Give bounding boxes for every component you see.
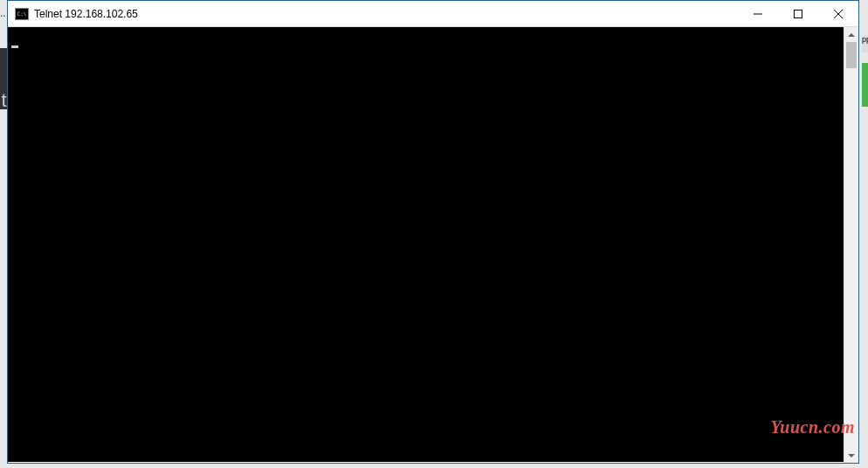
terminal-output[interactable] <box>8 27 844 462</box>
terminal-cursor <box>11 45 18 48</box>
cmd-icon-label: C:\ <box>17 11 27 17</box>
svg-rect-1 <box>795 10 802 17</box>
scroll-track[interactable] <box>844 42 858 448</box>
close-button[interactable] <box>818 1 858 26</box>
chevron-up-icon <box>848 33 855 37</box>
terminal-window: C:\ Telnet 192.168.102.65 <box>7 0 859 464</box>
titlebar[interactable]: C:\ Telnet 192.168.102.65 <box>8 1 858 27</box>
close-icon <box>834 10 843 18</box>
maximize-button[interactable] <box>778 1 818 26</box>
background-ellipsis: .. <box>0 7 6 19</box>
chevron-down-icon <box>848 454 855 458</box>
scroll-up-button[interactable] <box>844 27 858 42</box>
svg-marker-5 <box>848 454 855 458</box>
cmd-icon: C:\ <box>15 8 29 20</box>
terminal-container <box>8 27 858 463</box>
background-right-green <box>862 63 868 107</box>
minimize-icon <box>753 10 762 18</box>
svg-marker-4 <box>848 33 855 37</box>
maximize-icon <box>794 10 802 18</box>
vertical-scrollbar[interactable] <box>844 27 858 463</box>
window-controls <box>738 1 858 26</box>
scroll-thumb[interactable] <box>846 42 857 68</box>
window-title: Telnet 192.168.102.65 <box>34 8 738 20</box>
background-right-label: pp <box>862 35 868 52</box>
minimize-button[interactable] <box>738 1 778 26</box>
scroll-down-button[interactable] <box>844 448 858 463</box>
watermark-text: Yuucn.com <box>770 417 855 437</box>
